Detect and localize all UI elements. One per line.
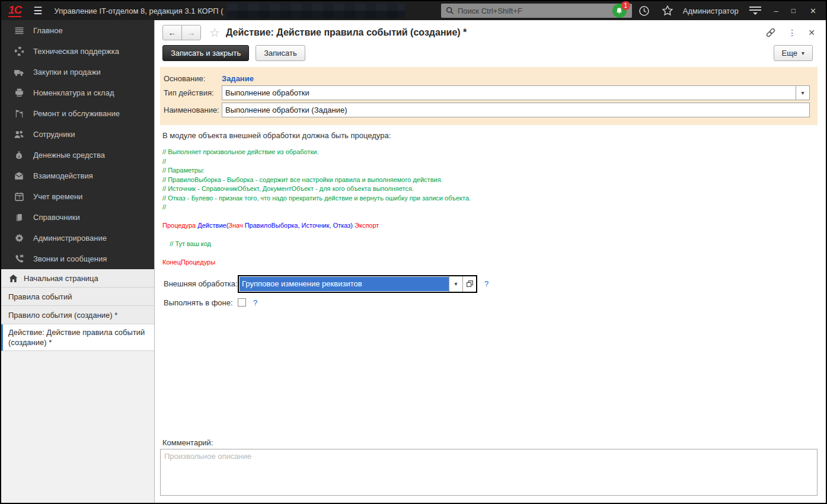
run-in-background-help-link[interactable]: ? (253, 298, 257, 307)
code-line: // Источник - СправочникОбъект, Документ… (162, 184, 826, 194)
tab-event-rules[interactable]: Правила событий (1, 288, 154, 306)
favorites-star-icon[interactable] (662, 5, 673, 17)
external-processing-help-link[interactable]: ? (484, 279, 488, 288)
sidebar-item-label: Взаимодействия (33, 171, 93, 180)
notification-badge: 1 (621, 1, 630, 10)
name-row: Наименование: (164, 103, 810, 117)
printer-icon (14, 88, 24, 98)
sidebar-item-main[interactable]: Главное (1, 20, 154, 41)
sidebar-item-sales[interactable]: Закупки и продажи (1, 62, 154, 82)
sidebar-item-label: Справочники (33, 213, 80, 222)
action-type-row: Тип действия: Выполнение обработки ▾ (164, 85, 810, 100)
settings-tune-icon[interactable] (749, 5, 761, 17)
main-menu-icon[interactable]: ☰ (33, 5, 42, 17)
global-search-input[interactable]: Поиск Ctrl+Shift+F (441, 4, 632, 18)
sidebar-item-label: Звонки и сообщения (33, 254, 107, 263)
sidebar-item-label: Администрирование (33, 234, 107, 243)
svg-text:7: 7 (18, 195, 21, 200)
code-line: // (162, 157, 826, 167)
money-bag-icon: s (14, 150, 24, 161)
tab-action-create[interactable]: Действие: Действие правила событий (созд… (1, 324, 154, 351)
sidebar-item-catalogs[interactable]: Справочники (1, 207, 154, 228)
run-in-background-checkbox[interactable] (238, 298, 246, 307)
sidebar-item-label: Денежные средства (33, 151, 105, 160)
tab-label: Действие: Действие правила событий (созд… (8, 327, 149, 347)
window-close-button[interactable]: ✕ (810, 7, 816, 15)
sidebar-item-support[interactable]: Техническая поддержка (1, 41, 154, 62)
comment-textarea[interactable] (160, 449, 818, 496)
action-type-label: Тип действия: (164, 88, 222, 97)
more-actions-label: Еще (782, 49, 797, 58)
app-window: 1С ☰ Управление IT-отделом 8, редакция 3… (0, 0, 827, 504)
maximize-button[interactable]: □ (791, 7, 796, 15)
forward-button[interactable]: → (181, 25, 201, 40)
osnovanie-link[interactable]: Задание (222, 74, 254, 83)
comment-section: Комментарий: (160, 438, 818, 498)
truck-icon (14, 67, 24, 78)
sidebar-item-employees[interactable]: Сотрудники (1, 124, 154, 145)
main-content: ← → ☆ Действие: Действие правила событий… (155, 20, 826, 503)
flags-icon (14, 109, 24, 119)
run-in-background-label: Выполнять в фоне: (164, 298, 238, 307)
sidebar-item-stock[interactable]: Номенклатура и склад (1, 82, 154, 103)
code-segment: // (162, 203, 166, 210)
tab-label: Правила событий (8, 292, 72, 302)
people-icon (14, 129, 24, 140)
action-type-dropdown-icon[interactable]: ▾ (796, 86, 809, 100)
osnovanie-label: Основание: (164, 74, 222, 83)
sidebar-item-label: Учет времени (33, 192, 82, 201)
notifications-bell-icon[interactable]: 1 (612, 4, 627, 18)
tab-home[interactable]: Начальная страница (1, 269, 154, 288)
code-line: Процедура Действие(Знач ПравилоВыборка, … (162, 221, 826, 231)
chevron-down-icon: ▾ (802, 50, 804, 56)
external-processing-selected-value: Групповое изменение реквизитов (240, 277, 449, 291)
sidebar-item-label: Номенклатура и склад (33, 88, 114, 97)
main-menu-icon (14, 25, 24, 36)
current-user[interactable]: Администратор (683, 7, 739, 15)
code-line: // ПравилоВыборка - Выборка - содержит в… (162, 176, 826, 185)
code-segment: КонецПроцедуры (162, 259, 215, 266)
sidebar-item-interactions[interactable]: Взаимодействия (1, 165, 154, 186)
document-header-icons: ⋮ ✕ (765, 27, 815, 38)
sidebar-item-calls[interactable]: Звонки и сообщения (1, 248, 154, 269)
code-segment: Процедура (162, 222, 197, 229)
code-segment: // (162, 158, 166, 165)
open-windows-tab-list: Начальная страницаПравила событийПравило… (1, 269, 154, 351)
name-input[interactable] (222, 103, 810, 117)
sidebar-item-label: Ремонт и обслуживание (33, 109, 120, 118)
code-segment: // Источник - СправочникОбъект, Документ… (162, 185, 414, 192)
get-link-icon[interactable] (765, 27, 776, 38)
favorite-star-icon[interactable]: ☆ (209, 25, 220, 40)
sidebar-item-time[interactable]: 7Учет времени (1, 186, 154, 207)
sidebar-item-repair[interactable]: Ремонт и обслуживание (1, 103, 154, 124)
code-line: // Тут ваш код (162, 240, 826, 249)
save-button[interactable]: Записать (256, 45, 305, 61)
sidebar-item-money[interactable]: sДенежные средства (1, 145, 154, 165)
procedure-code-sample: // Выполняет произвольное действие из об… (162, 148, 826, 267)
titlebar: 1С ☰ Управление IT-отделом 8, редакция 3… (1, 1, 826, 20)
external-processing-dropdown-icon[interactable]: ▾ (449, 276, 462, 292)
action-type-field[interactable]: Выполнение обработки ▾ (222, 85, 810, 100)
more-actions-button[interactable]: Еще ▾ (774, 45, 813, 61)
code-segment: // ПравилоВыборка - Выборка - содержит в… (162, 176, 443, 183)
code-segment: // Выполняет произвольное действие из об… (162, 148, 319, 155)
code-line (162, 212, 826, 222)
external-processing-field[interactable]: Групповое изменение реквизитов ▾ (238, 275, 477, 293)
close-document-icon[interactable]: ✕ (808, 28, 815, 37)
name-label: Наименование: (164, 106, 222, 114)
app-title: Управление IT-отделом 8, редакция 3.1 КО… (55, 7, 223, 15)
save-and-close-button[interactable]: Записать и закрыть (162, 45, 249, 61)
minimize-button[interactable]: – (774, 7, 778, 15)
history-icon[interactable] (638, 5, 650, 17)
sidebar-item-admin[interactable]: Администрирование (1, 228, 154, 248)
sidebar-item-label: Сотрудники (33, 130, 75, 139)
header-fields-panel: Основание: Задание Тип действия: Выполне… (160, 67, 818, 125)
back-button[interactable]: ← (162, 25, 182, 40)
tab-label: Начальная страница (24, 273, 98, 283)
phone-icon (14, 254, 24, 264)
tab-event-rule-create[interactable]: Правило события (создание) * (1, 306, 154, 324)
more-menu-dots-icon[interactable]: ⋮ (788, 28, 796, 37)
sidebar-item-label: Главное (33, 26, 63, 35)
external-processing-open-icon[interactable] (462, 276, 476, 292)
document-header: ← → ☆ Действие: Действие правила событий… (155, 20, 826, 40)
